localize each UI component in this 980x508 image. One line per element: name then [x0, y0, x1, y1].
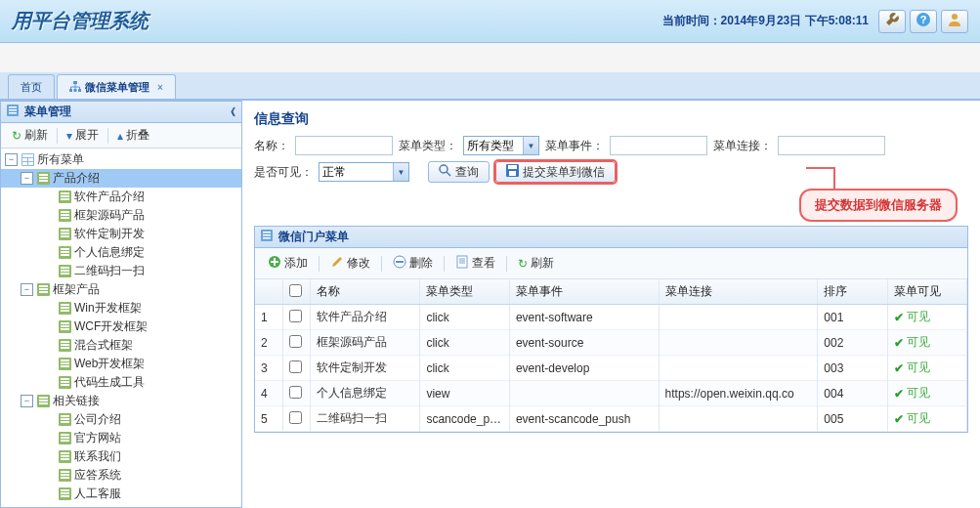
tree-node-soft-product[interactable]: 软件产品介绍 [1, 188, 241, 206]
minus-icon [393, 255, 406, 272]
visible-combo[interactable]: ▼ [319, 162, 409, 182]
tab-wechat-menu[interactable]: 微信菜单管理 × [57, 74, 176, 99]
tree-node-win-frame[interactable]: Win开发框架 [1, 299, 241, 318]
table-row[interactable]: 1软件产品介绍clickevent-software001✔可见 [255, 305, 967, 330]
row-checkbox[interactable] [289, 335, 302, 348]
cell-link [659, 406, 818, 432]
col-link[interactable]: 菜单连接 [659, 279, 818, 305]
tree-node-product-intro[interactable]: − 产品介绍 [1, 169, 241, 188]
add-button[interactable]: 添加 [261, 252, 315, 275]
tree-node-official-site[interactable]: 官方网站 [1, 429, 241, 447]
tree-toggle[interactable]: − [21, 283, 33, 296]
tree-node-company-intro[interactable]: 公司介绍 [1, 410, 241, 429]
table-row[interactable]: 3软件定制开发clickevent-develop003✔可见 [255, 356, 967, 381]
row-checkbox[interactable] [289, 411, 302, 424]
chevron-down-icon[interactable]: ▼ [393, 163, 408, 181]
tree-toggle[interactable]: − [5, 153, 18, 166]
tree-leaf [42, 432, 55, 444]
tree-toggle[interactable]: − [21, 395, 33, 407]
tab-home[interactable]: 首页 [8, 74, 55, 99]
table-row[interactable]: 5二维码扫一扫scancode_pushevent-scancode_push0… [255, 406, 967, 432]
view-button[interactable]: 查看 [448, 252, 502, 275]
chevron-down-icon[interactable]: ▼ [523, 137, 538, 154]
panel-collapse-button[interactable]: 《 [226, 106, 235, 119]
submit-wechat-button[interactable]: 提交菜单到微信 [495, 161, 616, 183]
tree-node-related-links[interactable]: −相关链接 [1, 392, 241, 410]
svg-rect-26 [61, 211, 69, 213]
col-name[interactable]: 名称 [311, 279, 420, 305]
cell-visible: ✔可见 [887, 356, 966, 381]
tree-node-framework-src[interactable]: 框架源码产品 [1, 206, 241, 225]
tree-node-framework-product[interactable]: −框架产品 [1, 280, 241, 299]
tree-node-contact-us[interactable]: 联系我们 [1, 447, 241, 466]
col-visible[interactable]: 菜单可见 [887, 279, 966, 305]
edit-button[interactable]: 修改 [323, 252, 377, 275]
refresh-button[interactable]: ↻ 刷新 [7, 125, 53, 146]
tree-node-codegen[interactable]: 代码生成工具 [1, 373, 241, 392]
wrench-icon [884, 12, 900, 30]
svg-rect-93 [509, 171, 516, 176]
close-icon[interactable]: × [157, 82, 163, 93]
tree-node-label: 公司介绍 [74, 411, 121, 428]
tree-node-qrcode[interactable]: 二维码扫一扫 [1, 262, 241, 280]
menu-link-input[interactable] [778, 136, 885, 155]
tree-leaf [42, 246, 55, 259]
svg-rect-60 [61, 365, 69, 367]
row-checkbox[interactable] [289, 360, 302, 373]
table-icon [58, 246, 71, 260]
cell-event: event-develop [509, 356, 659, 381]
grid-refresh-button[interactable]: ↻刷新 [511, 252, 561, 275]
collapse-button[interactable]: ▴ 折叠 [112, 125, 154, 146]
tree-node-label: 混合式框架 [74, 337, 133, 354]
delete-button[interactable]: 删除 [386, 252, 440, 275]
row-checkbox[interactable] [289, 386, 302, 399]
search-button[interactable]: 查询 [428, 161, 490, 183]
user-button[interactable] [941, 10, 968, 33]
table-row[interactable]: 2框架源码产品clickevent-source002✔可见 [255, 330, 967, 356]
tree-node-qa-system[interactable]: 应答系统 [1, 466, 241, 485]
select-all-checkbox[interactable] [289, 284, 302, 297]
svg-rect-4 [69, 89, 72, 92]
tree-node-manual-service[interactable]: 人工客服 [1, 485, 241, 503]
name-input[interactable] [295, 136, 393, 155]
grid-panel: 微信门户菜单 添加 修改 删除 查看 ↻刷新 [254, 226, 968, 433]
tree-node-wcf-frame[interactable]: WCF开发框架 [1, 318, 241, 336]
tree-node-hybrid-frame[interactable]: 混合式框架 [1, 336, 241, 355]
table-icon [58, 190, 71, 204]
svg-rect-24 [61, 198, 69, 200]
tree-node-web-frame[interactable]: Web开发框架 [1, 355, 241, 373]
svg-rect-87 [61, 492, 69, 494]
settings-button[interactable] [878, 10, 906, 33]
svg-rect-28 [61, 217, 69, 219]
tree-node-personal-bind[interactable]: 个人信息绑定 [1, 243, 241, 262]
tree-node-soft-custom[interactable]: 软件定制开发 [1, 225, 241, 243]
page-icon [455, 255, 469, 272]
col-event[interactable]: 菜单事件 [509, 279, 659, 305]
tree-body[interactable]: − 所有菜单 − 产品介绍 软件产品介绍 框架源码产品 软件定制开发 个人信息绑… [1, 148, 241, 507]
col-type[interactable]: 菜单类型 [420, 279, 510, 305]
svg-rect-76 [61, 440, 69, 442]
row-checkbox[interactable] [289, 310, 302, 322]
col-index[interactable] [255, 279, 282, 305]
svg-rect-80 [61, 458, 69, 460]
tree-node-root[interactable]: − 所有菜单 [1, 150, 241, 169]
col-order[interactable]: 排序 [818, 279, 887, 305]
table-row[interactable]: 4个人信息绑定viewhttps://open.weixin.qq.co004✔… [255, 381, 967, 406]
col-checkbox[interactable] [282, 279, 310, 305]
menu-type-field[interactable] [464, 137, 523, 154]
help-button[interactable]: ? [910, 10, 937, 33]
svg-rect-58 [61, 360, 69, 361]
table-icon [58, 339, 71, 353]
tree-leaf [42, 228, 55, 240]
refresh-icon: ↻ [12, 129, 21, 143]
menu-event-input[interactable] [610, 136, 707, 155]
svg-point-2 [952, 14, 958, 20]
collapse-label: 折叠 [126, 127, 149, 144]
menu-type-combo[interactable]: ▼ [463, 136, 539, 155]
tree-toggle[interactable]: − [21, 172, 33, 185]
expand-button[interactable]: ▾ 展开 [62, 125, 104, 146]
cell-type: click [420, 330, 510, 356]
svg-rect-12 [22, 154, 33, 157]
view-label: 查看 [472, 255, 495, 272]
visible-field[interactable] [320, 163, 393, 181]
